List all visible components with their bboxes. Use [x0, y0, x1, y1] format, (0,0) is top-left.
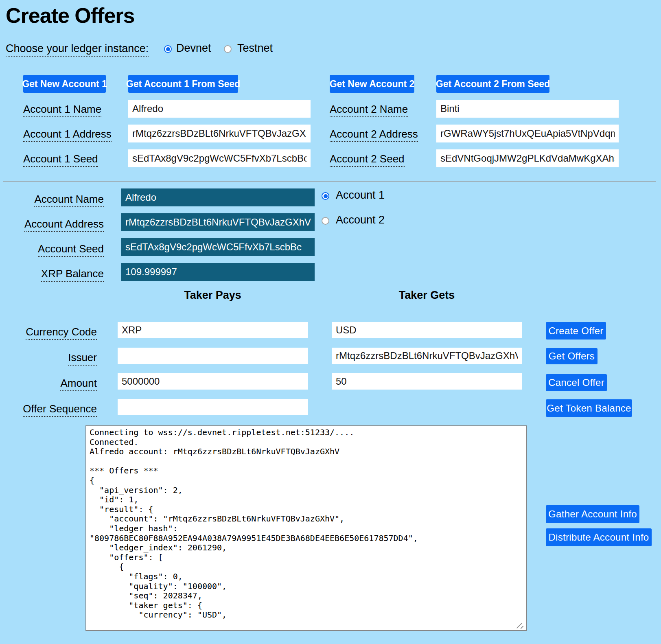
distribute-account-info-button[interactable]: Distribute Account Info: [546, 528, 652, 546]
currency-code-label: Currency Code: [0, 326, 97, 338]
xrp-balance-field[interactable]: [121, 263, 315, 281]
xrp-balance-label: XRP Balance: [0, 267, 104, 280]
taker-pays-amount-input[interactable]: [118, 373, 308, 390]
offer-sequence-input[interactable]: [118, 399, 308, 415]
account-1-radio-label[interactable]: Account 1: [336, 189, 385, 202]
section-divider: [3, 181, 656, 182]
get-token-balance-button[interactable]: Get Token Balance: [546, 399, 632, 417]
account2-address-label: Account 2 Address: [330, 128, 418, 140]
taker-pays-currency-input[interactable]: [118, 322, 308, 338]
account-2-radio-label[interactable]: Account 2: [336, 214, 385, 226]
account1-name-label: Account 1 Name: [23, 103, 101, 116]
get-new-account-1-button[interactable]: Get New Account 1: [23, 75, 106, 93]
account1-name-input[interactable]: [128, 100, 311, 118]
taker-gets-issuer-input[interactable]: [332, 348, 522, 364]
account2-name-label: Account 2 Name: [330, 103, 408, 116]
account2-address-input[interactable]: [436, 125, 619, 142]
account-2-radio[interactable]: [322, 217, 329, 225]
amount-label: Amount: [0, 377, 97, 390]
account-seed-label: Account Seed: [0, 243, 104, 255]
taker-pays-issuer-input[interactable]: [118, 348, 308, 364]
testnet-radio[interactable]: [224, 45, 232, 53]
taker-gets-amount-input[interactable]: [332, 373, 522, 390]
cancel-offer-button[interactable]: Cancel Offer: [546, 374, 607, 391]
taker-gets-header: Taker Gets: [332, 289, 522, 302]
account-1-radio[interactable]: [322, 192, 329, 200]
get-new-account-2-button[interactable]: Get New Account 2: [330, 75, 414, 93]
ledger-instance-label: Choose your ledger instance:: [6, 42, 149, 55]
testnet-radio-label[interactable]: Testnet: [237, 42, 273, 55]
taker-pays-header: Taker Pays: [118, 289, 308, 302]
account1-address-input[interactable]: [128, 125, 311, 142]
account1-seed-input[interactable]: [128, 149, 311, 167]
account-name-field[interactable]: [121, 188, 315, 206]
account2-name-input[interactable]: [436, 100, 619, 118]
account2-seed-input[interactable]: [436, 149, 619, 167]
issuer-label: Issuer: [0, 351, 97, 364]
gather-account-info-button[interactable]: Gather Account Info: [546, 505, 639, 523]
devnet-radio-label[interactable]: Devnet: [176, 42, 211, 55]
get-offers-button[interactable]: Get Offers: [546, 348, 598, 364]
account-name-label: Account Name: [0, 193, 104, 206]
page-title: Create Offers: [6, 3, 134, 28]
results-console[interactable]: Connecting to wss://s.devnet.rippletest.…: [85, 425, 527, 631]
get-account-2-from-seed-button[interactable]: Get Account 2 From Seed: [436, 75, 549, 93]
account2-seed-label: Account 2 Seed: [330, 153, 405, 165]
account-address-label: Account Address: [0, 218, 104, 230]
taker-gets-currency-input[interactable]: [332, 322, 522, 338]
devnet-radio[interactable]: [164, 45, 172, 53]
offer-sequence-label: Offer Sequence: [0, 403, 97, 415]
create-offer-button[interactable]: Create Offer: [546, 322, 606, 340]
account1-address-label: Account 1 Address: [23, 128, 112, 140]
account-address-field[interactable]: [121, 213, 315, 231]
get-account-1-from-seed-button[interactable]: Get Account 1 From Seed: [128, 75, 238, 93]
account1-seed-label: Account 1 Seed: [23, 153, 98, 165]
account-seed-field[interactable]: [121, 238, 315, 256]
